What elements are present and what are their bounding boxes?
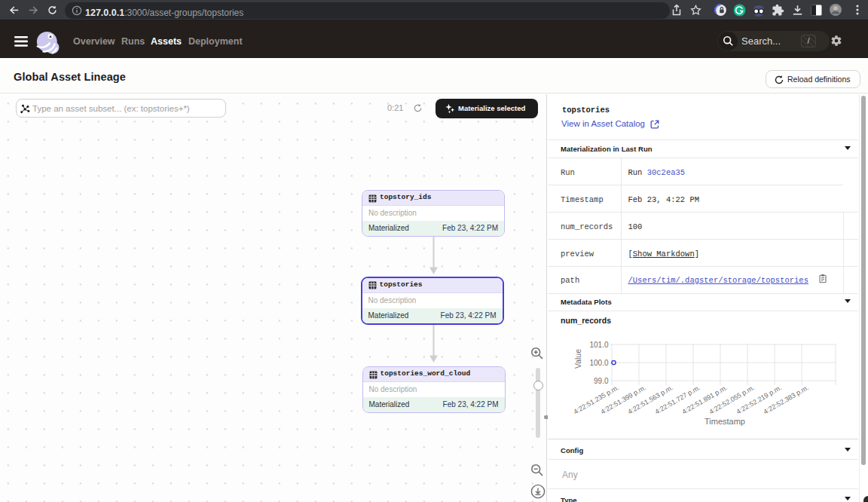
svg-text:100.0: 100.0 xyxy=(589,359,608,367)
svg-text:99.0: 99.0 xyxy=(594,377,609,385)
svg-text:Value: Value xyxy=(573,349,582,369)
svg-text:101.0: 101.0 xyxy=(589,341,608,349)
svg-text:Timestamp: Timestamp xyxy=(704,417,745,426)
svg-text:4:22:51.235 p.m.: 4:22:51.235 p.m. xyxy=(572,384,620,415)
